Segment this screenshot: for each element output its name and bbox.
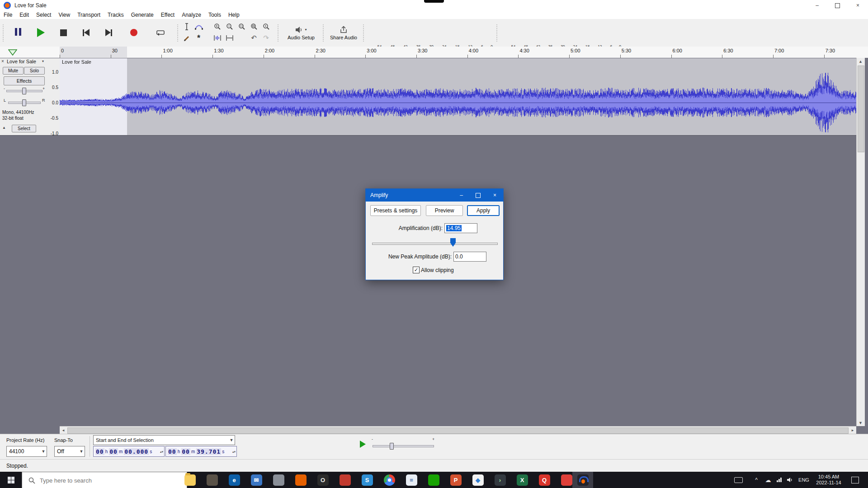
taskbar-libreoffice-icon[interactable]	[427, 473, 440, 487]
time-digits[interactable]: 00	[168, 448, 177, 455]
gain-slider-thumb[interactable]	[22, 88, 26, 94]
new-peak-input[interactable]: 0.0	[453, 252, 486, 262]
fit-project-button[interactable]	[248, 22, 259, 32]
minimize-button[interactable]: –	[807, 0, 827, 11]
touch-keyboard-icon[interactable]	[732, 472, 744, 488]
amplify-slider-track[interactable]	[372, 243, 498, 245]
language-indicator[interactable]: ENG	[797, 472, 811, 488]
envelope-tool-button[interactable]	[193, 22, 204, 32]
waveform-canvas[interactable]	[60, 58, 856, 135]
tray-expand-icon[interactable]: ^	[751, 472, 761, 488]
share-audio-button[interactable]: Share Audio	[326, 23, 361, 43]
play-button[interactable]	[31, 23, 51, 42]
taskbar-settings-icon[interactable]	[272, 473, 285, 487]
menu-edit[interactable]: Edit	[16, 11, 33, 19]
taskbar-powerpoint-icon[interactable]: P	[449, 473, 462, 487]
taskbar-defender-icon[interactable]: ◆	[471, 473, 485, 487]
amplify-slider-thumb[interactable]	[450, 238, 456, 247]
taskbar-search[interactable]	[22, 472, 187, 488]
menu-file[interactable]: File	[0, 11, 16, 19]
loop-button[interactable]	[150, 23, 170, 42]
redo-button[interactable]: ↷	[260, 33, 272, 43]
pan-slider-thumb[interactable]	[22, 99, 26, 106]
network-icon[interactable]	[774, 472, 784, 488]
menu-generate[interactable]: Generate	[127, 11, 157, 19]
time-digits[interactable]: 00	[109, 448, 118, 455]
menu-analyze[interactable]: Analyze	[178, 11, 205, 19]
mute-button[interactable]: Mute	[3, 67, 24, 75]
taskbar-chrome-icon[interactable]	[382, 473, 396, 487]
skip-to-end-button[interactable]	[99, 23, 118, 42]
close-button[interactable]: ×	[848, 0, 868, 11]
zoom-out-button[interactable]	[224, 22, 235, 32]
play-speed-slider-thumb[interactable]	[390, 443, 394, 450]
dialog-maximize-button[interactable]	[470, 189, 486, 202]
taskbar-excel-icon[interactable]: X	[515, 473, 529, 487]
project-rate-select[interactable]: 44100▼	[6, 446, 47, 457]
taskbar-firefox-icon[interactable]	[294, 473, 307, 487]
spinner-icon[interactable]: ▴▾	[159, 450, 164, 453]
search-input[interactable]	[39, 477, 154, 484]
record-button[interactable]	[124, 23, 144, 42]
taskbar-libreoffice-writer-icon[interactable]: ≡	[405, 473, 418, 487]
start-button[interactable]	[0, 472, 22, 488]
dialog-close-button[interactable]: ×	[486, 189, 503, 202]
draw-tool-button[interactable]	[181, 33, 192, 43]
effects-button[interactable]: Effects	[4, 76, 45, 85]
snap-to-select[interactable]: Off▼	[54, 446, 85, 457]
taskbar-skype-icon[interactable]: S	[360, 473, 374, 487]
amplification-input[interactable]: 14.95	[444, 223, 477, 233]
toolbar-grip[interactable]	[363, 24, 365, 42]
selection-end-field[interactable]: 00h00m39.701s▴▾	[165, 446, 237, 457]
timeline-ruler[interactable]: 0301:001:302:002:303:003:304:004:305:005…	[0, 47, 868, 58]
toolbar-grip[interactable]	[323, 24, 325, 42]
stop-button[interactable]	[53, 23, 73, 42]
track-vertical-scale[interactable]: 1.00.50.0-0.5-1.0	[48, 58, 60, 136]
allow-clipping-checkbox[interactable]: ✓	[413, 267, 420, 273]
menu-effect[interactable]: Effect	[157, 11, 178, 19]
menu-help[interactable]: Help	[225, 11, 243, 19]
taskbar-gimp-icon[interactable]	[205, 473, 219, 487]
fit-selection-button[interactable]	[236, 22, 247, 32]
selection-tool-button[interactable]	[181, 22, 192, 32]
scroll-up-arrow[interactable]: ▲	[857, 58, 864, 65]
dialog-minimize-button[interactable]: –	[453, 189, 470, 202]
time-digits[interactable]: 00	[95, 448, 104, 455]
taskbar-media-player-icon[interactable]	[338, 473, 352, 487]
selection-mode-select[interactable]: Start and End of Selection▼	[93, 435, 235, 445]
menu-tracks[interactable]: Tracks	[104, 11, 127, 19]
zoom-in-button[interactable]	[212, 22, 223, 32]
toolbar-grip[interactable]	[3, 24, 5, 42]
collapse-track-button[interactable]: ▲	[2, 126, 6, 130]
taskbar-pinduoduo-icon[interactable]	[560, 473, 573, 487]
trim-audio-button[interactable]	[212, 33, 223, 43]
toolbar-grip[interactable]	[496, 24, 499, 42]
horizontal-scroll-thumb[interactable]	[67, 427, 849, 434]
playhead-pin-icon[interactable]	[8, 49, 17, 56]
scroll-left-arrow[interactable]: ◂	[60, 427, 67, 434]
menu-transport[interactable]: Transport	[74, 11, 104, 19]
menu-select[interactable]: Select	[33, 11, 55, 19]
horizontal-scrollbar[interactable]: ◂ ▸	[60, 426, 856, 434]
pause-button[interactable]	[8, 23, 28, 42]
time-digits[interactable]: 00	[181, 448, 190, 455]
taskbar-audacity-icon[interactable]	[572, 472, 593, 488]
solo-button[interactable]: Solo	[24, 67, 45, 75]
zoom-toggle-button[interactable]	[260, 22, 272, 32]
clock[interactable]: 10:45 AM 2022-11-14	[812, 472, 845, 488]
preview-button[interactable]: Preview	[426, 205, 463, 216]
onedrive-cloud-icon[interactable]: ☁	[763, 472, 773, 488]
track-menu-button[interactable]: ▾	[42, 59, 44, 63]
maximize-button[interactable]	[827, 0, 848, 11]
track-select-button[interactable]: Select	[12, 125, 36, 132]
apply-button[interactable]: Apply	[467, 205, 500, 216]
track-close-button[interactable]: ×	[1, 59, 4, 64]
presets-settings-button[interactable]: Presets & settings	[370, 205, 421, 216]
spinner-icon[interactable]: ▴▾	[231, 450, 236, 453]
silence-audio-button[interactable]	[224, 33, 235, 43]
audio-setup-button[interactable]: ▾ Audio Setup	[282, 23, 320, 43]
vertical-scroll-thumb[interactable]	[858, 66, 864, 152]
scroll-right-arrow[interactable]: ▸	[849, 427, 856, 434]
menu-tools[interactable]: Tools	[205, 11, 225, 19]
time-digits[interactable]: 39.701	[196, 448, 221, 455]
